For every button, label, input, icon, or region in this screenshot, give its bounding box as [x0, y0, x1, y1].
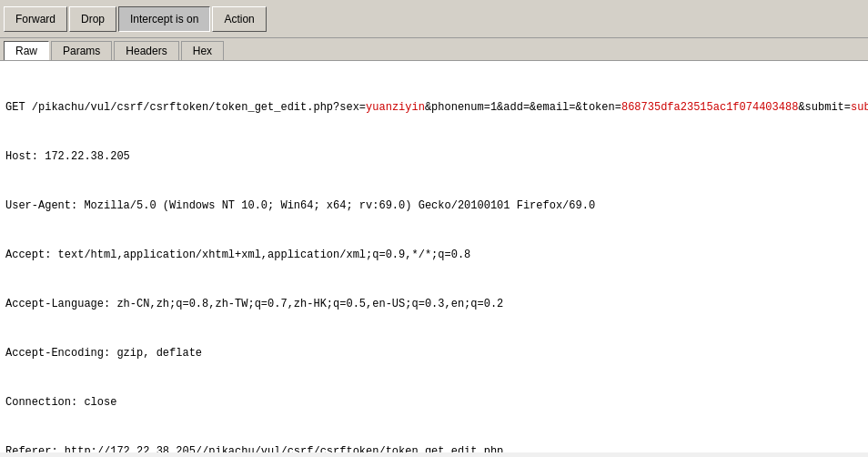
- action-button[interactable]: Action: [212, 6, 266, 32]
- tab-params[interactable]: Params: [51, 41, 112, 60]
- request-content: GET /pikachu/vul/csrf/csrftoken/token_ge…: [0, 61, 868, 452]
- tab-headers[interactable]: Headers: [114, 41, 178, 60]
- request-accept-lang: Accept-Language: zh-CN,zh;q=0.8,zh-TW;q=…: [5, 296, 863, 312]
- tab-bar: Raw Params Headers Hex: [0, 38, 868, 61]
- request-submit-value: submit: [851, 101, 868, 114]
- toolbar: Forward Drop Intercept is on Action: [0, 0, 868, 38]
- drop-button[interactable]: Drop: [69, 6, 116, 32]
- request-host: Host: 172.22.38.205: [5, 148, 863, 165]
- request-connection: Connection: close: [5, 394, 863, 411]
- request-line-1: GET /pikachu/vul/csrf/csrftoken/token_ge…: [5, 99, 863, 116]
- request-accept-enc: Accept-Encoding: gzip, deflate: [5, 345, 863, 361]
- request-accept: Accept: text/html,application/xhtml+xml,…: [5, 247, 863, 263]
- request-line-1-plain: GET /pikachu/vul/csrf/csrftoken/token_ge…: [5, 101, 366, 114]
- request-referer: Referer: http://172.22.38.205//pikachu/v…: [5, 443, 863, 452]
- request-useragent: User-Agent: Mozilla/5.0 (Windows NT 10.0…: [5, 198, 863, 214]
- forward-button[interactable]: Forward: [4, 6, 67, 32]
- intercept-button[interactable]: Intercept is on: [118, 6, 210, 32]
- request-sex-value: yuanziyin: [366, 101, 425, 114]
- tab-raw[interactable]: Raw: [4, 41, 49, 60]
- request-token-value: 868735dfa23515ac1f074403488: [621, 101, 798, 114]
- tab-hex[interactable]: Hex: [181, 41, 224, 60]
